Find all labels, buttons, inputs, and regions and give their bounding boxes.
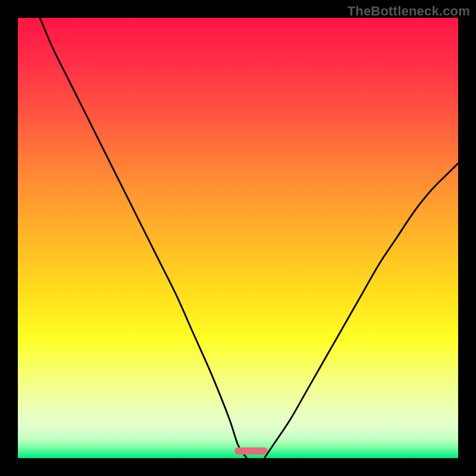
curve-left <box>40 18 247 458</box>
plot-area <box>18 18 458 458</box>
bottleneck-curve <box>18 18 458 458</box>
curve-right <box>264 163 458 458</box>
optimal-marker <box>234 447 268 455</box>
watermark-text: TheBottleneck.com <box>347 4 470 19</box>
chart-frame: TheBottleneck.com <box>0 0 476 476</box>
